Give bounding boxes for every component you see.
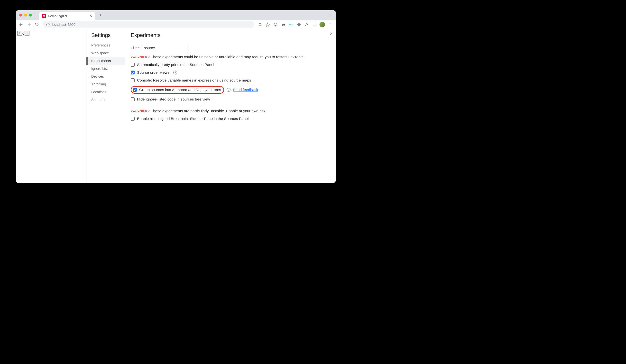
counter-decrement-button[interactable]: -	[25, 31, 30, 36]
kebab-menu-icon[interactable]	[327, 22, 333, 28]
svg-point-6	[282, 24, 283, 26]
url-port: :4200	[66, 22, 76, 27]
divider	[131, 41, 331, 41]
checkbox-source-order[interactable]	[131, 71, 135, 74]
url-host: localhost	[52, 22, 66, 27]
experiment-label: Enable re-designed Breakpoint Sidebar Pa…	[137, 116, 248, 121]
help-icon[interactable]: ?	[227, 88, 231, 92]
experiment-label: Group sources into Authored and Deployed…	[139, 88, 221, 92]
experiment-label: Source order viewer	[137, 70, 171, 75]
tab-title: DemoAngular	[48, 14, 89, 18]
chevron-down-icon[interactable]	[327, 12, 333, 18]
experiment-hide-ignore: Hide ignore-listed code in sources tree …	[131, 97, 331, 102]
help-icon[interactable]: ?	[173, 71, 177, 74]
window-close-button[interactable]	[19, 14, 22, 17]
sidebar-item-throttling[interactable]: Throttling	[91, 80, 125, 88]
checkbox-group-sources[interactable]	[133, 88, 137, 92]
checkbox-hide-ignore[interactable]	[131, 97, 135, 101]
experiment-pretty-print: Automatically pretty print in the Source…	[131, 63, 331, 67]
svg-point-5	[276, 24, 276, 24]
profile-avatar[interactable]	[319, 22, 325, 28]
warning-text: These experiments are particularly unsta…	[150, 109, 267, 113]
incognito-glasses-icon[interactable]	[280, 22, 286, 28]
extensions-puzzle-icon[interactable]	[296, 22, 302, 28]
filter-label: Filter	[131, 46, 139, 50]
svg-rect-12	[313, 23, 316, 26]
labs-flask-icon[interactable]	[304, 22, 310, 28]
highlight-ring: Group sources into Authored and Deployed…	[131, 86, 224, 94]
experiment-source-order: Source order viewer ?	[131, 70, 331, 75]
warning-text: These experiments could be unstable or u…	[150, 55, 305, 59]
svg-point-16	[330, 25, 330, 26]
experiment-group-sources: Group sources into Authored and Deployed…	[131, 86, 331, 94]
experiment-label: Automatically pretty print in the Source…	[137, 63, 214, 67]
sidebar-item-devices[interactable]: Devices	[91, 73, 125, 80]
back-button[interactable]	[18, 21, 25, 28]
svg-point-8	[291, 24, 292, 25]
browser-window: DemoAngular ✕ + localhost:4200	[16, 10, 336, 183]
url-text: localhost:4200	[52, 22, 76, 27]
counter-widget: + 0 -	[17, 31, 85, 36]
checkbox-pretty-print[interactable]	[131, 63, 135, 67]
forward-button[interactable]	[26, 21, 32, 28]
counter-increment-button[interactable]: +	[17, 31, 22, 36]
page-title: Experiments	[131, 32, 331, 38]
traffic-lights	[19, 14, 32, 17]
sidebar-item-workspace[interactable]: Workspace	[91, 49, 125, 57]
checkbox-console-resolve[interactable]	[131, 78, 135, 82]
send-feedback-link[interactable]: Send feedback	[233, 88, 258, 92]
window-minimize-button[interactable]	[24, 14, 27, 17]
svg-point-15	[330, 24, 330, 25]
new-tab-button[interactable]: +	[97, 12, 104, 18]
experiment-label: Console: Resolve variable names in expre…	[137, 78, 251, 82]
incognito-face-icon[interactable]	[273, 22, 278, 28]
sidebar-item-ignorelist[interactable]: Ignore List	[91, 65, 125, 73]
browser-toolbar: localhost:4200	[16, 20, 336, 29]
settings-main: Experiments Filter WARNING: These experi…	[125, 29, 336, 183]
svg-point-3	[274, 23, 277, 26]
warning-very-unstable: WARNING: These experiments are particula…	[131, 109, 331, 113]
warning-unstable: WARNING: These experiments could be unst…	[131, 55, 331, 59]
settings-nav: Preferences Workspace Experiments Ignore…	[91, 41, 125, 104]
angular-icon	[42, 14, 46, 18]
experiment-breakpoint-sidebar: Enable re-designed Breakpoint Sidebar Pa…	[131, 116, 331, 121]
react-devtools-icon[interactable]	[288, 22, 294, 28]
filter-row: Filter	[131, 44, 331, 51]
checkbox-breakpoint-sidebar[interactable]	[131, 117, 135, 121]
filter-input[interactable]	[141, 44, 187, 51]
svg-point-4	[275, 24, 275, 24]
toolbar-actions	[257, 22, 334, 28]
browser-tab[interactable]: DemoAngular ✕	[39, 12, 95, 20]
content-area: + 0 - ✕ Settings Preferences Workspace E…	[16, 29, 336, 183]
sidebar-item-shortcuts[interactable]: Shortcuts	[91, 96, 125, 104]
warning-label: WARNING:	[131, 109, 150, 113]
settings-title: Settings	[91, 32, 125, 38]
titlebar: DemoAngular ✕ +	[16, 10, 336, 20]
sidebar-item-preferences[interactable]: Preferences	[91, 41, 125, 49]
address-bar[interactable]: localhost:4200	[43, 21, 254, 28]
experiment-label: Hide ignore-listed code in sources tree …	[137, 97, 210, 102]
sidebar-item-locations[interactable]: Locations	[91, 88, 125, 96]
close-icon[interactable]: ✕	[329, 31, 333, 36]
tab-close-icon[interactable]: ✕	[89, 14, 93, 18]
page-content: + 0 -	[16, 29, 86, 183]
site-info-icon[interactable]	[46, 23, 50, 27]
counter-value: 0	[22, 31, 25, 35]
svg-point-7	[283, 24, 285, 26]
settings-sidebar: Settings Preferences Workspace Experimen…	[86, 29, 125, 183]
sidebar-item-experiments[interactable]: Experiments	[86, 57, 125, 65]
window-maximize-button[interactable]	[29, 14, 32, 17]
svg-point-14	[330, 23, 330, 24]
reload-button[interactable]	[33, 21, 40, 28]
devtools-settings-panel: ✕ Settings Preferences Workspace Experim…	[86, 29, 336, 183]
side-panel-icon[interactable]	[312, 22, 317, 28]
bookmark-star-icon[interactable]	[265, 22, 271, 28]
warning-label: WARNING:	[131, 55, 150, 59]
share-icon[interactable]	[257, 22, 263, 28]
experiment-console-resolve: Console: Resolve variable names in expre…	[131, 78, 331, 82]
